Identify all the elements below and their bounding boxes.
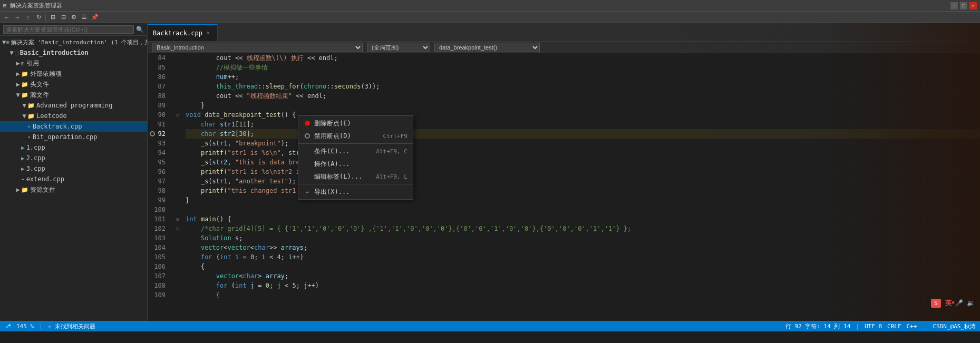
status-git-icon: ⎇ bbox=[4, 323, 11, 330]
sidebar-item-advanced-programming[interactable]: ▼ 📁 Advanced programming bbox=[0, 100, 147, 111]
nav-bar: Basic_introduction (全局范围) data_breakpoin… bbox=[148, 42, 980, 53]
line-num-95: 95 bbox=[148, 158, 170, 167]
edit-label-icon bbox=[304, 173, 311, 180]
line-num-85: 85 bbox=[148, 63, 170, 72]
sidebar-item-3-cpp[interactable]: ▶ 3.cpp bbox=[0, 163, 147, 174]
sidebar-item-resource-files[interactable]: ▶ 📁 资源文件 bbox=[0, 184, 147, 195]
sidebar-item-source-files[interactable]: ▼ 📁 源文件 bbox=[0, 90, 147, 100]
menu-condition-shortcut: Alt+F9, C bbox=[376, 148, 407, 155]
menu-item-disable-bp[interactable]: 禁用断点(D) Ctrl+F9 bbox=[298, 130, 413, 142]
fold-area: ⊟ ⊟ ⊟ bbox=[174, 53, 181, 321]
line-num-98: 98 bbox=[148, 186, 170, 195]
sidebar-item-1-cpp[interactable]: ▶ 1.cpp bbox=[0, 142, 147, 153]
sidebar: 🔍 ▼ ⊞ 解决方案 'Basic_introduction' (1 个项目，共… bbox=[0, 23, 148, 321]
tab-backtrack-cpp-label: Backtrack.cpp bbox=[153, 30, 202, 37]
status-encoding[interactable]: UTF-8 bbox=[865, 323, 882, 330]
code-line-102: /*char grid[4][5] = { {'1','1','0','0','… bbox=[186, 224, 980, 233]
line-num-106: 106 bbox=[148, 262, 170, 271]
project-collapse-icon: ▼ bbox=[8, 49, 15, 56]
toolbar-divider bbox=[45, 14, 46, 21]
toolbar-back-button[interactable]: ← bbox=[2, 13, 12, 22]
line-num-102: 102 bbox=[148, 224, 170, 233]
menu-item-delete-bp[interactable]: 删除断点(E) bbox=[298, 117, 413, 130]
search-input[interactable] bbox=[3, 25, 134, 34]
toolbar-refresh-button[interactable]: ↻ bbox=[34, 13, 43, 22]
status-language[interactable]: C++ bbox=[907, 323, 917, 330]
3cpp-icon: ▶ bbox=[21, 165, 25, 172]
source-collapse-icon: ▼ bbox=[15, 91, 21, 99]
fold-90[interactable]: ⊟ bbox=[174, 110, 181, 120]
nav-file-dropdown[interactable]: Basic_introduction bbox=[152, 43, 363, 52]
status-line-ending[interactable]: CRLF bbox=[887, 323, 901, 330]
sidebar-item-2-cpp[interactable]: ▶ 2.cpp bbox=[0, 153, 147, 163]
close-button[interactable]: × bbox=[969, 2, 977, 9]
toolbar-forward-button[interactable]: → bbox=[13, 13, 22, 22]
menu-delete-bp-label: 删除断点(E) bbox=[314, 119, 351, 128]
disable-bp-icon bbox=[304, 132, 311, 140]
ref-collapse-icon: ▶ bbox=[15, 60, 21, 67]
menu-edit-label-label: 编辑标签(L)... bbox=[314, 172, 362, 181]
status-issues[interactable]: ⚠ 未找到相关问题 bbox=[48, 322, 95, 330]
project-icon: □ bbox=[15, 50, 18, 56]
sidebar-item-project[interactable]: ▼ □ Basic_introduction bbox=[0, 47, 147, 58]
toolbar-settings-button[interactable]: ⚙ bbox=[69, 13, 79, 22]
sidebar-item-backtrack-cpp[interactable]: • Backtrack.cpp bbox=[0, 121, 147, 132]
code-line-100 bbox=[186, 205, 980, 214]
status-divider-1: | bbox=[39, 323, 43, 330]
line-num-91: 91 bbox=[148, 120, 170, 129]
menu-item-export[interactable]: ↩ 导出(X)... bbox=[298, 185, 413, 198]
line-num-96: 96 bbox=[148, 167, 170, 177]
nav-scope-dropdown[interactable]: (全局范围) bbox=[367, 43, 430, 52]
menu-divider-2 bbox=[298, 184, 413, 184]
sidebar-solution-label: 解决方案 'Basic_introduction' (1 个项目，共 1 个) bbox=[11, 38, 147, 46]
toolbar-up-button[interactable]: ↑ bbox=[23, 13, 33, 22]
sidebar-item-bit-operation[interactable]: • Bit_operation.cpp bbox=[0, 132, 147, 142]
sidebar-leet-label: Leetcode bbox=[36, 112, 67, 120]
tab-backtrack-cpp[interactable]: Backtrack.cpp × bbox=[148, 24, 218, 41]
fold-96 bbox=[174, 167, 181, 177]
nav-function-dropdown[interactable]: data_breakpoint_test() bbox=[434, 43, 540, 52]
menu-item-action[interactable]: 操作(A)... bbox=[298, 158, 413, 170]
solution-icon: ⊞ bbox=[6, 39, 9, 46]
toolbar-pin-button[interactable]: 📌 bbox=[90, 13, 100, 22]
sidebar-item-leetcode[interactable]: ▼ 📁 Leetcode bbox=[0, 111, 147, 121]
fold-102[interactable]: ⊟ bbox=[174, 224, 181, 233]
sidebar-item-header-files[interactable]: ▶ 📁 头文件 bbox=[0, 79, 147, 90]
fold-97 bbox=[174, 177, 181, 186]
code-line-107: vector<char> array; bbox=[186, 271, 980, 281]
toolbar-show-all-button[interactable]: ⊞ bbox=[48, 13, 57, 22]
status-divider-2: | bbox=[856, 323, 859, 330]
tab-close-button[interactable]: × bbox=[205, 30, 212, 37]
menu-disable-bp-shortcut: Ctrl+F9 bbox=[383, 133, 407, 140]
sidebar-source-label: 源文件 bbox=[30, 91, 49, 100]
title-bar-buttons: − □ × bbox=[950, 2, 977, 9]
export-icon: ↩ bbox=[304, 188, 311, 195]
sidebar-adv-label: Advanced programming bbox=[36, 102, 113, 109]
menu-condition-label: 条件(C)... bbox=[314, 147, 350, 156]
toolbar-menu-button[interactable]: ☰ bbox=[80, 13, 89, 22]
maximize-button[interactable]: □ bbox=[960, 2, 967, 9]
line-num-86: 86 bbox=[148, 72, 170, 82]
fold-101[interactable]: ⊟ bbox=[174, 214, 181, 224]
code-line-84: cout << 线程函数\(\) 执行 << endl; bbox=[186, 53, 980, 63]
fold-109 bbox=[174, 290, 181, 300]
sidebar-item-references[interactable]: ▶ ⊡ 引用 bbox=[0, 58, 147, 68]
menu-item-condition[interactable]: 条件(C)... Alt+F9, C bbox=[298, 145, 413, 158]
line-num-109: 109 bbox=[148, 290, 170, 300]
sidebar-item-extend-cpp[interactable]: • extend.cpp bbox=[0, 174, 147, 184]
menu-item-edit-label[interactable]: 编辑标签(L)... Alt+F9, L bbox=[298, 170, 413, 183]
sidebar-tree: ▼ ⊞ 解决方案 'Basic_introduction' (1 个项目，共 1… bbox=[0, 36, 147, 321]
line-num-108: 108 bbox=[148, 281, 170, 290]
toolbar-collapse-button[interactable]: ⊟ bbox=[59, 13, 68, 22]
line-num-94: 94 bbox=[148, 148, 170, 158]
sidebar-item-external-deps[interactable]: ▶ 📁 外部依赖项 bbox=[0, 68, 147, 79]
sidebar-item-solution[interactable]: ▼ ⊞ 解决方案 'Basic_introduction' (1 个项目，共 1… bbox=[0, 37, 147, 47]
red-dot-icon bbox=[305, 121, 310, 126]
fold-105 bbox=[174, 252, 181, 262]
title-bar-icon: ⊞ bbox=[3, 2, 7, 9]
menu-item-export-left: ↩ 导出(X)... bbox=[304, 188, 350, 197]
status-zoom[interactable]: 145 % bbox=[16, 323, 34, 330]
search-icon[interactable]: 🔍 bbox=[136, 26, 144, 33]
minimize-button[interactable]: − bbox=[950, 2, 958, 9]
fold-93 bbox=[174, 139, 181, 148]
